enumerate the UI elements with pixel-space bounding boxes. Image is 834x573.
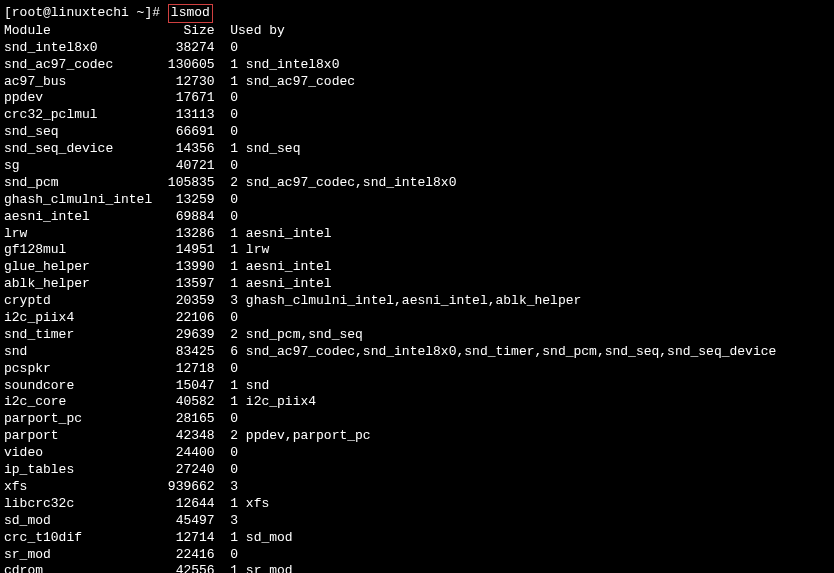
- module-row: parport_pc 28165 0: [4, 411, 830, 428]
- module-row: lrw 13286 1 aesni_intel: [4, 226, 830, 243]
- module-row: snd_ac97_codec 130605 1 snd_intel8x0: [4, 57, 830, 74]
- module-row: ppdev 17671 0: [4, 90, 830, 107]
- module-row: glue_helper 13990 1 aesni_intel: [4, 259, 830, 276]
- module-row: cryptd 20359 3 ghash_clmulni_intel,aesni…: [4, 293, 830, 310]
- module-row: snd_pcm 105835 2 snd_ac97_codec,snd_inte…: [4, 175, 830, 192]
- module-row: snd_intel8x0 38274 0: [4, 40, 830, 57]
- module-row: ablk_helper 13597 1 aesni_intel: [4, 276, 830, 293]
- terminal-prompt-line[interactable]: [root@linuxtechi ~]# lsmod: [4, 4, 830, 23]
- module-row: cdrom 42556 1 sr_mod: [4, 563, 830, 573]
- module-row: video 24400 0: [4, 445, 830, 462]
- module-row: ac97_bus 12730 1 snd_ac97_codec: [4, 74, 830, 91]
- command-text: lsmod: [168, 4, 213, 23]
- module-row: soundcore 15047 1 snd: [4, 378, 830, 395]
- module-row: parport 42348 2 ppdev,parport_pc: [4, 428, 830, 445]
- module-row: i2c_core 40582 1 i2c_piix4: [4, 394, 830, 411]
- lsmod-header-row: Module Size Used by: [4, 23, 830, 40]
- module-row: sd_mod 45497 3: [4, 513, 830, 530]
- module-row: ip_tables 27240 0: [4, 462, 830, 479]
- module-row: sr_mod 22416 0: [4, 547, 830, 564]
- module-row: snd_timer 29639 2 snd_pcm,snd_seq: [4, 327, 830, 344]
- module-row: libcrc32c 12644 1 xfs: [4, 496, 830, 513]
- module-row: snd_seq_device 14356 1 snd_seq: [4, 141, 830, 158]
- prompt-text: [root@linuxtechi ~]#: [4, 5, 168, 20]
- module-row: ghash_clmulni_intel 13259 0: [4, 192, 830, 209]
- module-row: crc_t10dif 12714 1 sd_mod: [4, 530, 830, 547]
- module-row: sg 40721 0: [4, 158, 830, 175]
- module-row: snd 83425 6 snd_ac97_codec,snd_intel8x0,…: [4, 344, 830, 361]
- lsmod-output: snd_intel8x0 38274 0snd_ac97_codec 13060…: [4, 40, 830, 573]
- module-row: xfs 939662 3: [4, 479, 830, 496]
- module-row: i2c_piix4 22106 0: [4, 310, 830, 327]
- module-row: crc32_pclmul 13113 0: [4, 107, 830, 124]
- module-row: aesni_intel 69884 0: [4, 209, 830, 226]
- module-row: gf128mul 14951 1 lrw: [4, 242, 830, 259]
- module-row: snd_seq 66691 0: [4, 124, 830, 141]
- module-row: pcspkr 12718 0: [4, 361, 830, 378]
